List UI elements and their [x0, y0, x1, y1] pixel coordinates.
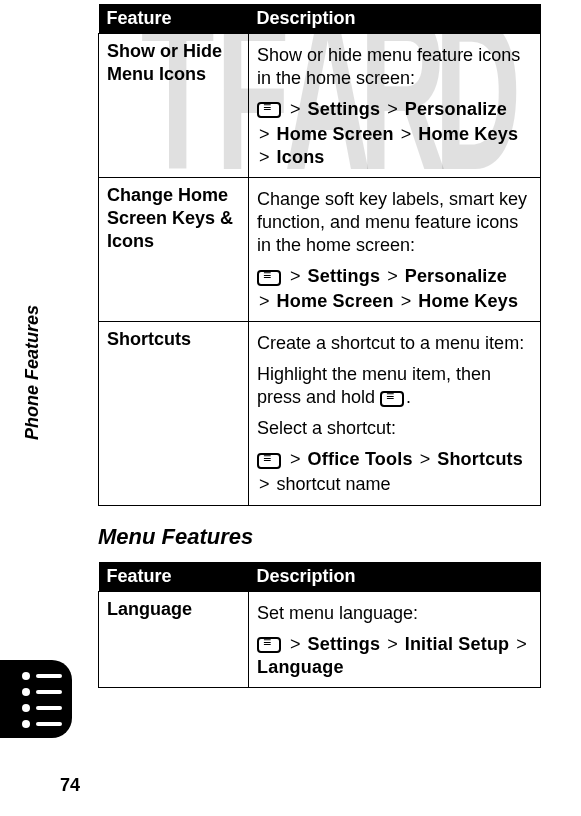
sep: >: [290, 634, 301, 654]
path-seg: Settings: [308, 634, 381, 654]
feature-name: Shortcuts: [99, 322, 249, 505]
feature-desc: Set menu language: > Settings > Initial …: [249, 591, 541, 687]
feature-desc: Create a shortcut to a menu item: Highli…: [249, 322, 541, 505]
nav-path: > shortcut name: [257, 473, 532, 496]
page-number: 74: [60, 775, 80, 796]
menu-key-icon: [380, 391, 404, 407]
sep: >: [290, 266, 301, 286]
sep: >: [401, 291, 412, 311]
sep: >: [387, 266, 398, 286]
path-seg: Home Keys: [418, 291, 518, 311]
table1-head-desc: Description: [249, 4, 541, 34]
nav-path: > Office Tools > Shortcuts: [257, 448, 532, 471]
path-seg: Settings: [308, 99, 381, 119]
page-content: Feature Description Show or Hide Menu Ic…: [0, 0, 581, 688]
path-seg: Personalize: [405, 266, 507, 286]
path-seg: Initial Setup: [405, 634, 510, 654]
menu-key-icon: [257, 453, 281, 469]
nav-path: > Home Screen > Home Keys > Icons: [257, 123, 532, 169]
sep: >: [387, 99, 398, 119]
desc-text: Select a shortcut:: [257, 417, 532, 440]
sep: >: [290, 449, 301, 469]
table-row: Shortcuts Create a shortcut to a menu it…: [99, 322, 541, 505]
menu-key-icon: [257, 270, 281, 286]
sep: >: [387, 634, 398, 654]
desc-text-part: Highlight the menu item, then press and …: [257, 364, 491, 407]
sep: >: [259, 124, 270, 144]
desc-text: Create a shortcut to a menu item:: [257, 332, 532, 355]
nav-path: > Settings > Initial Setup > Language: [257, 633, 532, 679]
table-row: Change Home Screen Keys & Icons Change s…: [99, 178, 541, 322]
table2-head-feature: Feature: [99, 562, 249, 592]
feature-desc: Show or hide menu feature icons in the h…: [249, 34, 541, 178]
desc-text: Show or hide menu feature icons in the h…: [257, 44, 532, 90]
sep: >: [259, 147, 270, 167]
path-seg: Home Screen: [277, 291, 394, 311]
table-row: Show or Hide Menu Icons Show or hide men…: [99, 34, 541, 178]
path-seg: Icons: [277, 147, 325, 167]
path-seg: Shortcuts: [437, 449, 523, 469]
menu-key-icon: [257, 637, 281, 653]
desc-text-part: .: [406, 387, 411, 407]
desc-text: Change soft key labels, smart key functi…: [257, 188, 532, 257]
sep: >: [259, 291, 270, 311]
path-seg: Home Screen: [277, 124, 394, 144]
features-table-2: Feature Description Language Set menu la…: [98, 562, 541, 688]
table1-head-feature: Feature: [99, 4, 249, 34]
nav-path: > Settings > Personalize: [257, 98, 532, 121]
desc-text: Highlight the menu item, then press and …: [257, 363, 532, 409]
path-seg: Language: [257, 657, 344, 677]
feature-name: Change Home Screen Keys & Icons: [99, 178, 249, 322]
feature-name: Show or Hide Menu Icons: [99, 34, 249, 178]
path-seg: Personalize: [405, 99, 507, 119]
path-seg: Office Tools: [308, 449, 413, 469]
section-title: Menu Features: [98, 524, 541, 550]
feature-name: Language: [99, 591, 249, 687]
nav-path: > Home Screen > Home Keys: [257, 290, 532, 313]
features-table-1: Feature Description Show or Hide Menu Ic…: [98, 4, 541, 506]
nav-path: > Settings > Personalize: [257, 265, 532, 288]
path-seg-plain: shortcut name: [277, 474, 391, 494]
path-seg: Home Keys: [418, 124, 518, 144]
feature-desc: Change soft key labels, smart key functi…: [249, 178, 541, 322]
desc-text: Set menu language:: [257, 602, 532, 625]
sep: >: [516, 634, 527, 654]
sep: >: [290, 99, 301, 119]
table-row: Language Set menu language: > Settings >…: [99, 591, 541, 687]
menu-key-icon: [257, 102, 281, 118]
sep: >: [401, 124, 412, 144]
sep: >: [259, 474, 270, 494]
path-seg: Settings: [308, 266, 381, 286]
table2-head-desc: Description: [249, 562, 541, 592]
sep: >: [420, 449, 431, 469]
